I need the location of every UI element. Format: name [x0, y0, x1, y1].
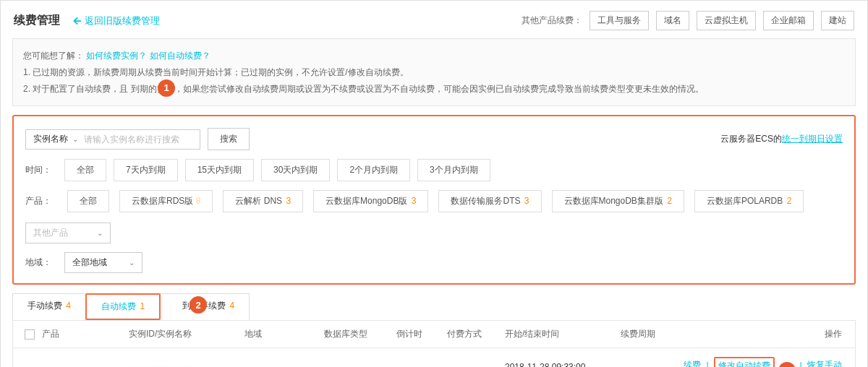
other-products-label: 其他产品: [33, 227, 68, 239]
table-row: 云数据库RDS版 华东1（杭州） MySQL 24天 包年包月 2018-11-…: [12, 348, 856, 367]
tab-manual[interactable]: 手动续费 4: [12, 293, 86, 320]
search-wrap: 实例名称 ⌄: [25, 129, 200, 150]
search-input[interactable]: [84, 134, 200, 144]
search-button[interactable]: 搜索: [208, 128, 250, 150]
product-filter-dns[interactable]: 云解析 DNS 3: [223, 190, 303, 212]
product-filter-dts[interactable]: 数据传输服务DTS 3: [438, 190, 541, 212]
cell-actions: 续费 | 修改自动续费 3 | 恢复手动续费: [678, 357, 851, 367]
product-filter-rds[interactable]: 云数据库RDS版 8: [119, 190, 213, 212]
product-filter-polardb[interactable]: 云数据库POLARDB 2: [694, 190, 804, 212]
cell-start: 2018-11-28 09:33:00: [505, 362, 621, 367]
chevron-down-icon: ⌄: [97, 229, 103, 237]
info-link-how-auto[interactable]: 如何自动续费？: [150, 51, 210, 61]
ecs-prefix: 云服务器ECS的: [720, 134, 782, 144]
page-header: 续费管理 返回旧版续费管理 其他产品续费： 工具与服务 域名 云虚拟主机 企业邮…: [1, 1, 867, 38]
sep-icon: |: [706, 360, 708, 367]
product-filter-mongodb[interactable]: 云数据库MongoDB版 3: [313, 190, 428, 212]
ecs-link-wrap: 云服务器ECS的统一到期日设置: [720, 133, 843, 145]
region-value: 全部地域: [72, 256, 107, 269]
tab-auto[interactable]: 自动续费 1: [85, 293, 161, 320]
col-dbtype: 数据库类型: [324, 328, 396, 340]
col-action: 操作: [678, 328, 851, 340]
back-link-label: 返回旧版续费管理: [85, 14, 160, 27]
col-region: 地域: [244, 328, 324, 340]
product-filter-all[interactable]: 全部: [67, 190, 109, 212]
table-wrap: 产品 实例ID/实例名称 地域 数据库类型 倒计时 付费方式 开始/结束时间 续…: [12, 320, 856, 367]
filter-panel: 实例名称 ⌄ 搜索 云服务器ECS的统一到期日设置 时间： 全部 7天内到期 1…: [12, 115, 856, 285]
chevron-down-icon: ⌄: [72, 135, 78, 143]
top-link-domain[interactable]: 域名: [656, 11, 689, 30]
top-link-site[interactable]: 建站: [821, 11, 854, 30]
col-time: 开始/结束时间: [505, 328, 621, 340]
chevron-down-icon: ⌄: [129, 259, 135, 267]
back-to-old-link[interactable]: 返回旧版续费管理: [72, 14, 160, 27]
search-type-select[interactable]: 实例名称 ⌄: [26, 133, 84, 145]
top-link-mail[interactable]: 企业邮箱: [763, 11, 814, 30]
time-filter-3m[interactable]: 3个月内到期: [417, 159, 490, 181]
search-type-label: 实例名称: [33, 133, 68, 145]
sep-icon: |: [800, 360, 802, 367]
info-link-how-renew[interactable]: 如何续费实例？: [86, 51, 147, 61]
other-products-label: 其他产品续费：: [522, 14, 582, 27]
cell-time: 2018-11-28 09:33:00 2019-06-28 00:00:00: [505, 362, 621, 367]
table-header: 产品 实例ID/实例名称 地域 数据库类型 倒计时 付费方式 开始/结束时间 续…: [12, 320, 856, 348]
time-filter-2m[interactable]: 2个月内到期: [337, 159, 410, 181]
time-filter-30d[interactable]: 30天内到期: [261, 159, 330, 181]
page-title: 续费管理: [14, 13, 60, 28]
col-cycle: 续费周期: [621, 328, 678, 340]
col-countdown: 倒计时: [396, 328, 447, 340]
arrow-left-icon: [72, 16, 82, 26]
col-pay: 付费方式: [447, 328, 505, 340]
top-link-vhost[interactable]: 云虚拟主机: [697, 11, 756, 30]
step-badge-1: 1: [158, 79, 175, 97]
col-id: 实例ID/实例名称: [129, 328, 244, 340]
col-product: 产品: [42, 328, 129, 340]
header-right: 其他产品续费： 工具与服务 域名 云虚拟主机 企业邮箱 建站: [522, 11, 854, 30]
top-link-tools[interactable]: 工具与服务: [590, 11, 649, 30]
time-filter-label: 时间：: [25, 164, 57, 176]
info-prefix: 您可能想了解：: [23, 51, 84, 61]
step-badge-3: 3: [778, 362, 796, 367]
action-modify-auto[interactable]: 修改自动续费: [714, 357, 775, 367]
ecs-expire-link[interactable]: 统一到期日设置: [782, 134, 843, 144]
region-select[interactable]: 全部地域 ⌄: [64, 252, 142, 273]
select-all-checkbox[interactable]: [25, 329, 35, 340]
time-filter-7d[interactable]: 7天内到期: [114, 159, 178, 181]
product-filter-label: 产品：: [25, 195, 57, 207]
region-filter-label: 地域：: [25, 256, 57, 269]
action-renew[interactable]: 续费: [684, 360, 701, 367]
other-products-select[interactable]: 其他产品 ⌄: [25, 223, 111, 243]
info-line-2: 2. 对于配置了自动续费，且 到期的实例，如果您尝试修改自动续费周期或设置为不续…: [23, 81, 845, 98]
time-filter-15d[interactable]: 15天内到期: [185, 159, 254, 181]
info-line-1: 1. 已过期的资源，新续费周期从续费当前时间开始计算；已过期的实例，不允许设置/…: [23, 64, 845, 81]
info-box: 您可能想了解： 如何续费实例？ 如何自动续费？ 1. 已过期的资源，新续费周期从…: [12, 38, 856, 106]
action-restore-manual[interactable]: 恢复手动续费: [807, 360, 842, 367]
time-filter-all[interactable]: 全部: [64, 159, 106, 181]
product-filter-mongodb-cluster[interactable]: 云数据库MongoDB集群版 2: [552, 190, 684, 212]
page-root: 续费管理 返回旧版续费管理 其他产品续费： 工具与服务 域名 云虚拟主机 企业邮…: [0, 0, 868, 367]
renew-tabs: 手动续费 4 自动续费 1 到期不续费 4 2: [12, 293, 856, 320]
